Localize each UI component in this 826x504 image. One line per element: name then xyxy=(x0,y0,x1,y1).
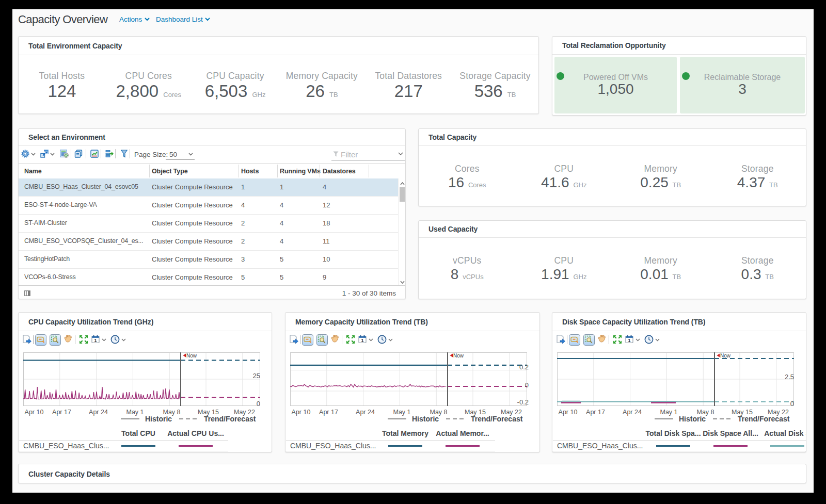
svg-text:Now: Now xyxy=(186,353,197,359)
svg-text:1: 1 xyxy=(628,338,630,343)
svg-text:Now: Now xyxy=(453,353,464,359)
svg-text:1: 1 xyxy=(94,338,97,343)
svg-text:1: 1 xyxy=(361,338,363,343)
svg-text:Now: Now xyxy=(720,353,731,359)
